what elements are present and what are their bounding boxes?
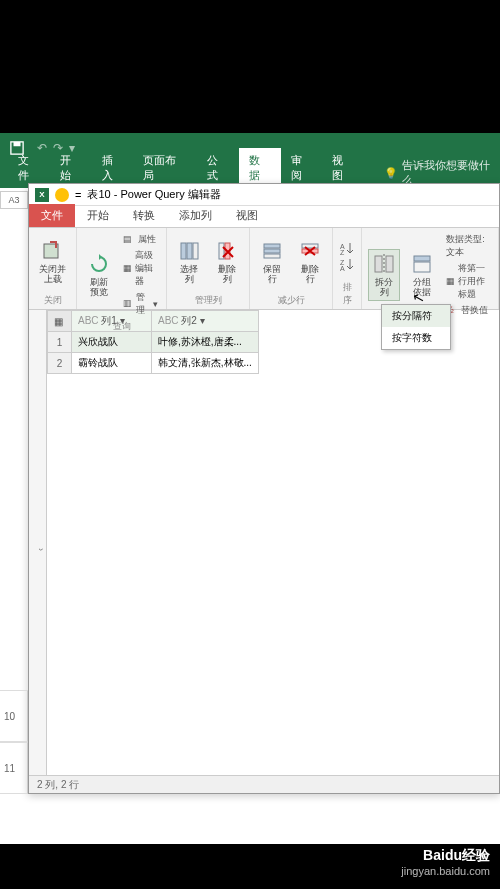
- replace-values-button[interactable]: ½ 替换值: [444, 303, 492, 318]
- column-header-2[interactable]: ABC 列2 ▾: [152, 311, 259, 332]
- svg-rect-1: [14, 142, 21, 146]
- pq-tab-view[interactable]: 视图: [224, 204, 270, 227]
- undo-icon[interactable]: ↶: [37, 141, 47, 155]
- grid-corner[interactable]: ▦: [48, 311, 72, 332]
- data-type-button[interactable]: 数据类型: 文本: [444, 232, 492, 260]
- row-number: 2: [48, 353, 72, 374]
- pq-tab-addcolumn[interactable]: 添加列: [167, 204, 224, 227]
- split-column-icon: [372, 252, 396, 276]
- svg-rect-5: [193, 243, 198, 259]
- svg-text:A: A: [340, 265, 345, 271]
- svg-rect-11: [302, 244, 318, 248]
- manage-cols-group-label: 管理列: [173, 294, 243, 307]
- query-group-label: 查询: [83, 320, 160, 333]
- sort-desc-button[interactable]: ZA: [339, 257, 355, 271]
- redo-icon[interactable]: ↷: [53, 141, 63, 155]
- split-by-chars-item[interactable]: 按字符数: [382, 327, 450, 349]
- tab-view[interactable]: 视图: [322, 148, 364, 188]
- svg-rect-10: [264, 254, 280, 258]
- advanced-editor-button[interactable]: ▦ 高级编辑器: [121, 248, 160, 289]
- cell[interactable]: 兴欣战队: [72, 332, 152, 353]
- smiley-icon: [55, 188, 69, 202]
- dropdown-icon[interactable]: ▾: [69, 141, 75, 155]
- choose-columns-icon: [177, 239, 201, 263]
- cell[interactable]: 韩文清,张新杰,林敬...: [152, 353, 259, 374]
- tab-data[interactable]: 数据: [239, 148, 281, 188]
- cell[interactable]: 叶修,苏沐橙,唐柔...: [152, 332, 259, 353]
- refresh-icon: [87, 252, 111, 276]
- svg-text:Z: Z: [340, 249, 345, 255]
- sort-desc-icon: ZA: [339, 257, 355, 271]
- keep-rows-icon: [260, 239, 284, 263]
- tab-review[interactable]: 审阅: [281, 148, 323, 188]
- close-load-icon: [41, 239, 65, 263]
- remove-rows-button[interactable]: 删除 行: [294, 237, 326, 287]
- pq-ribbon-tabs: 文件 开始 转换 添加列 视图: [29, 206, 499, 228]
- cell-reference[interactable]: A3: [0, 191, 28, 209]
- excel-row-header[interactable]: 11: [0, 742, 28, 794]
- refresh-button[interactable]: 刷新 预览: [83, 250, 115, 300]
- dropdown-icon[interactable]: ▾: [200, 315, 205, 326]
- tab-layout[interactable]: 页面布局: [133, 148, 197, 188]
- keep-rows-button[interactable]: 保留 行: [256, 237, 288, 287]
- pq-tab-transform[interactable]: 转换: [121, 204, 167, 227]
- remove-columns-icon: [215, 239, 239, 263]
- cell[interactable]: 霸铃战队: [72, 353, 152, 374]
- pq-window-title: 表10 - Power Query 编辑器: [87, 187, 220, 202]
- choose-columns-button[interactable]: 选择 列: [173, 237, 205, 287]
- svg-rect-9: [264, 249, 280, 253]
- tab-formulas[interactable]: 公式: [197, 148, 239, 188]
- split-column-button[interactable]: 拆分 列: [368, 249, 400, 301]
- remove-rows-icon: [298, 239, 322, 263]
- properties-icon: ▤: [123, 234, 135, 246]
- chevron-right-icon: ›: [36, 548, 46, 551]
- svg-rect-21: [414, 262, 430, 272]
- sort-asc-button[interactable]: AZ: [339, 241, 355, 255]
- lightbulb-icon: 💡: [384, 167, 398, 180]
- manage-button[interactable]: ▥ 管理▾: [121, 290, 160, 318]
- pq-tab-file[interactable]: 文件: [29, 204, 75, 227]
- close-group-label: 关闭: [35, 294, 70, 307]
- excel-row-header[interactable]: 10: [0, 690, 28, 742]
- svg-rect-20: [414, 256, 430, 261]
- reduce-rows-group-label: 减少行: [256, 294, 326, 307]
- watermark: Baidu经验 jingyan.baidu.com: [401, 847, 490, 877]
- pq-ribbon: 关闭并 上载 关闭 刷新 预览 ▤: [29, 228, 499, 310]
- sort-group-label: 排序: [339, 281, 355, 307]
- header-icon: ▦: [446, 276, 455, 288]
- manage-icon: ▥: [123, 298, 133, 310]
- table-row[interactable]: 1 兴欣战队 叶修,苏沐橙,唐柔...: [48, 332, 259, 353]
- close-load-button[interactable]: 关闭并 上载: [35, 237, 70, 287]
- group-by-icon: [410, 252, 434, 276]
- editor-icon: ▦: [123, 263, 132, 275]
- pq-titlebar: X = 表10 - Power Query 编辑器: [29, 184, 499, 206]
- split-by-delimiter-item[interactable]: 按分隔符: [382, 305, 450, 327]
- pq-title-separator: =: [75, 189, 81, 201]
- pq-tab-home[interactable]: 开始: [75, 204, 121, 227]
- svg-rect-3: [181, 243, 186, 259]
- svg-rect-18: [386, 256, 393, 272]
- table-row[interactable]: 2 霸铃战队 韩文清,张新杰,林敬...: [48, 353, 259, 374]
- svg-rect-17: [375, 256, 382, 272]
- remove-columns-button[interactable]: 删除 列: [211, 237, 243, 287]
- first-row-header-button[interactable]: ▦ 将第一行用作标题: [444, 261, 492, 302]
- row-number: 1: [48, 332, 72, 353]
- svg-rect-4: [187, 243, 192, 259]
- split-column-dropdown: 按分隔符 按字符数: [381, 304, 451, 350]
- svg-rect-8: [264, 244, 280, 248]
- tab-insert[interactable]: 插入: [92, 148, 134, 188]
- properties-button[interactable]: ▤ 属性: [121, 232, 160, 247]
- excel-icon: X: [35, 188, 49, 202]
- sort-asc-icon: AZ: [339, 241, 355, 255]
